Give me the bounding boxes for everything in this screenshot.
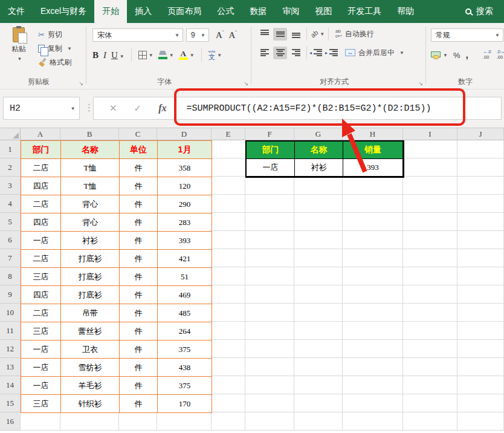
- cell-A13[interactable]: 一店: [21, 359, 61, 377]
- tab-审阅[interactable]: 审阅: [274, 0, 307, 23]
- cell-D14[interactable]: 375: [158, 377, 212, 395]
- decrease-decimal-button[interactable]: .0→ .00: [497, 50, 504, 60]
- cell-C7[interactable]: 件: [120, 250, 158, 268]
- align-left-button[interactable]: [257, 47, 271, 59]
- paste-dropdown-caret[interactable]: ▼: [18, 56, 22, 62]
- percent-button[interactable]: %: [453, 51, 460, 60]
- cell-C15[interactable]: 件: [120, 395, 158, 413]
- row-header-10[interactable]: 10: [0, 304, 21, 322]
- cell-B5[interactable]: 背心: [61, 213, 120, 232]
- cell-B1[interactable]: 名称: [61, 141, 120, 159]
- currency-button[interactable]: ▼: [431, 51, 448, 59]
- align-bottom-button[interactable]: [289, 28, 303, 41]
- cell-B9[interactable]: 打底衫: [61, 286, 120, 304]
- tab-帮助[interactable]: 帮助: [389, 0, 422, 23]
- cell-B4[interactable]: 背心: [61, 195, 120, 213]
- cell-D12[interactable]: 375: [158, 340, 212, 359]
- row-header-15[interactable]: 15: [0, 394, 21, 412]
- cell-A2[interactable]: 二店: [21, 159, 61, 177]
- font-size-select[interactable]: 9 ▼: [186, 28, 209, 42]
- cell-D10[interactable]: 485: [158, 304, 212, 322]
- cell-D13[interactable]: 438: [158, 359, 212, 377]
- cell-A11[interactable]: 三店: [21, 322, 61, 340]
- formula-input-area[interactable]: ✕ ✓ fx =SUMPRODUCT((A2:A15=F2)*(B2:B15=G…: [93, 97, 502, 120]
- tab-文件[interactable]: 文件: [0, 0, 33, 23]
- cell-D7[interactable]: 421: [158, 250, 212, 268]
- cell-A14[interactable]: 一店: [21, 377, 61, 395]
- insert-function-icon[interactable]: fx: [158, 103, 166, 114]
- copy-button[interactable]: 复制 ▼: [38, 42, 72, 55]
- comma-style-button[interactable]: ,: [465, 50, 468, 60]
- cell-B8[interactable]: 打底衫: [61, 268, 120, 286]
- cell-C6[interactable]: 件: [120, 232, 158, 250]
- borders-button[interactable]: ▼: [138, 51, 153, 59]
- number-format-select[interactable]: 常规 ▼: [431, 28, 503, 42]
- cell-C12[interactable]: 件: [120, 340, 158, 359]
- formula-text[interactable]: =SUMPRODUCT((A2:A15=F2)*(B2:B15=G2)*(D2:…: [186, 103, 431, 114]
- column-header-H[interactable]: H: [343, 128, 403, 140]
- wrap-text-button[interactable]: ab c↩ 自动换行: [335, 29, 374, 39]
- cell-F2[interactable]: 一店: [247, 159, 295, 177]
- row-header-8[interactable]: 8: [0, 267, 21, 285]
- cell-C2[interactable]: 件: [120, 159, 158, 177]
- cell-C13[interactable]: 件: [120, 359, 158, 377]
- row-header-4[interactable]: 4: [0, 195, 21, 213]
- alignment-dialog-launcher-icon[interactable]: ↘: [418, 80, 423, 86]
- phonetic-button[interactable]: wén 文 ▼: [208, 50, 222, 60]
- cell-B11[interactable]: 蕾丝衫: [61, 322, 120, 340]
- format-painter-button[interactable]: 格式刷: [38, 56, 72, 69]
- cell-B2[interactable]: T恤: [61, 159, 120, 177]
- cell-H1[interactable]: 销量: [343, 142, 403, 159]
- cell-H2[interactable]: 393: [343, 159, 403, 177]
- font-dialog-launcher-icon[interactable]: ↘: [244, 80, 248, 86]
- fill-color-button[interactable]: ▼: [158, 51, 174, 59]
- cell-A5[interactable]: 四店: [21, 213, 61, 232]
- paste-button[interactable]: 粘贴 ▼: [5, 27, 32, 69]
- cell-G2[interactable]: 衬衫: [295, 159, 343, 177]
- cell-C9[interactable]: 件: [120, 286, 158, 304]
- cell-A7[interactable]: 二店: [21, 250, 61, 268]
- column-header-F[interactable]: F: [245, 128, 294, 140]
- tab-Excel与财务[interactable]: Excel与财务: [33, 0, 94, 23]
- clipboard-dialog-launcher-icon[interactable]: ↘: [79, 80, 83, 86]
- cell-D11[interactable]: 264: [158, 322, 212, 340]
- cell-D15[interactable]: 170: [158, 395, 212, 413]
- cell-C8[interactable]: 件: [120, 268, 158, 286]
- row-header-6[interactable]: 6: [0, 231, 21, 249]
- name-box[interactable]: H2 ▼: [3, 97, 80, 120]
- cell-C10[interactable]: 件: [120, 304, 158, 322]
- column-header-C[interactable]: C: [119, 128, 157, 140]
- decrease-font-button[interactable]: Aˇ: [229, 30, 237, 41]
- cell-B3[interactable]: T恤: [61, 177, 120, 195]
- cell-B6[interactable]: 衬衫: [61, 232, 120, 250]
- cancel-icon[interactable]: ✕: [109, 103, 117, 114]
- tab-数据[interactable]: 数据: [242, 0, 274, 23]
- cell-A8[interactable]: 三店: [21, 268, 61, 286]
- column-header-E[interactable]: E: [212, 128, 245, 140]
- cell-B7[interactable]: 打底衫: [61, 250, 120, 268]
- cell-D8[interactable]: 51: [158, 268, 212, 286]
- cell-D3[interactable]: 120: [158, 177, 212, 195]
- row-header-7[interactable]: 7: [0, 249, 21, 267]
- cell-A15[interactable]: 三店: [21, 395, 61, 413]
- align-center-button[interactable]: [273, 47, 287, 59]
- tab-视图[interactable]: 视图: [307, 0, 340, 23]
- cell-D9[interactable]: 469: [158, 286, 212, 304]
- cell-A1[interactable]: 部门: [21, 141, 61, 159]
- font-name-select[interactable]: 宋体 ▼: [92, 28, 183, 42]
- column-header-G[interactable]: G: [294, 128, 343, 140]
- decrease-indent-button[interactable]: ◂: [311, 47, 325, 59]
- cell-A10[interactable]: 二店: [21, 304, 61, 322]
- tab-插入[interactable]: 插入: [127, 0, 160, 23]
- italic-button[interactable]: I: [103, 50, 106, 60]
- row-header-9[interactable]: 9: [0, 285, 21, 304]
- tab-页面布局[interactable]: 页面布局: [160, 0, 209, 23]
- cell-A12[interactable]: 一店: [21, 340, 61, 359]
- cell-D4[interactable]: 290: [158, 195, 212, 213]
- cut-button[interactable]: ✂ 剪切: [38, 28, 72, 41]
- row-header-2[interactable]: 2: [0, 158, 21, 177]
- font-color-button[interactable]: A ▼: [179, 50, 195, 60]
- cell-D2[interactable]: 358: [158, 159, 212, 177]
- formula-bar-grip-icon[interactable]: ⋮: [85, 102, 94, 113]
- row-header-12[interactable]: 12: [0, 340, 21, 358]
